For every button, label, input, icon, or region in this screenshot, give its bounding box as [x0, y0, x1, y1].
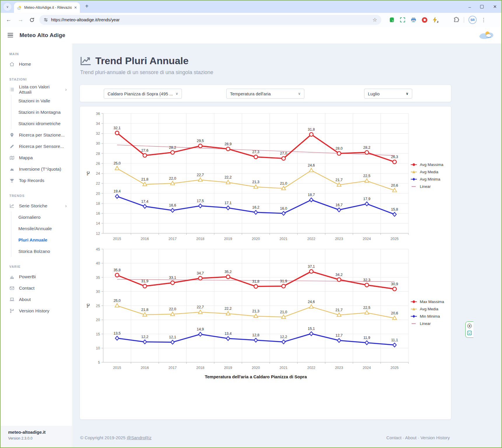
svg-text:10: 10	[96, 346, 100, 350]
window-maximize-button[interactable]	[480, 5, 484, 8]
svg-text:22,2: 22,2	[224, 307, 231, 311]
svg-text:30: 30	[96, 141, 100, 146]
sidebar-item-label: Storica Bolzano	[18, 249, 50, 254]
extensions-puzzle-icon[interactable]	[453, 17, 459, 23]
lightning-extension-icon[interactable]: 2	[433, 17, 437, 23]
mail-icon	[9, 286, 15, 291]
legend-item-avg-media[interactable]: Avg Media	[411, 170, 443, 174]
legend-item-linear[interactable]: Linear	[411, 184, 443, 189]
legend-item-avg-massima[interactable]: Avg Massima	[411, 162, 443, 167]
legend-item-avg-media[interactable]: Avg Media	[411, 307, 444, 311]
url-bar[interactable]: https://meteo-altoadige.it/trends/year ☆	[39, 15, 381, 25]
legend-item-linear[interactable]: Linear	[411, 321, 444, 326]
adblock-extension-icon[interactable]	[422, 17, 428, 23]
author-link[interactable]: @SandroRiz	[127, 435, 152, 440]
sidebar-item-mensile-annuale[interactable]: Mensile/Annuale	[11, 223, 72, 234]
svg-text:2018: 2018	[196, 366, 204, 370]
svg-text:26: 26	[96, 162, 100, 166]
svg-text:40: 40	[96, 261, 100, 265]
sidebar-item-label: Giornaliero	[18, 215, 41, 220]
footer-link-contact[interactable]: Contact	[386, 435, 401, 440]
sidebar-item-storica-bolzano[interactable]: Storica Bolzano	[11, 246, 72, 257]
site-info-icon[interactable]	[43, 18, 48, 22]
sidebar-item-home[interactable]: Home	[1, 58, 72, 70]
sensor-select[interactable]: Temperatura dell'aria ∨	[226, 89, 304, 99]
legend-item-max-massima[interactable]: Max Massima	[411, 300, 444, 304]
legend-marker-icon	[411, 322, 417, 326]
sidebar-item-pluri-annuale[interactable]: Pluri Annuale	[11, 234, 72, 246]
main-content: Trend Pluri Annuale Trend pluri-annuale …	[73, 43, 501, 447]
printer-extension-icon[interactable]	[410, 17, 417, 23]
chevron-down-icon: ∨	[6, 5, 8, 9]
sidebar-section-label: TRENDS	[9, 194, 72, 197]
screen-capture-extension-icon[interactable]	[400, 17, 406, 23]
legend-item-min-minima[interactable]: Min Minima	[411, 314, 444, 318]
sidebar-item-mappa[interactable]: Mappa	[1, 152, 72, 163]
widget-translate-icon[interactable]	[467, 330, 472, 335]
svg-text:2024: 2024	[363, 237, 371, 241]
sidebar-item-ricerca-per-sensore[interactable]: Ricerca per Sensore...	[1, 141, 72, 152]
station-select[interactable]: Caldaro Pianizza di Sopra (495 ... ∨	[104, 89, 182, 99]
svg-text:32,3: 32,3	[363, 278, 370, 282]
window-close-button[interactable]: ✕	[493, 4, 497, 9]
sidebar-item-inversione-t-quota[interactable]: Inversione (T°/quota)	[1, 163, 72, 175]
sidebar-item-ricerca-per-stazione[interactable]: Ricerca per Stazione...	[1, 129, 72, 141]
sidebar-item-stazioni-in-montagna[interactable]: Stazioni in Montagna	[11, 106, 72, 118]
evernote-extension-icon[interactable]	[389, 17, 395, 23]
list-icon	[9, 87, 15, 92]
month-select[interactable]: Luglio ∨	[364, 89, 412, 99]
svg-text:24: 24	[96, 172, 100, 176]
svg-text:16,7: 16,7	[336, 203, 343, 207]
sidebar-item-serie-storiche[interactable]: Serie Storiche›	[1, 200, 72, 211]
sidebar-item-label: Ricerca per Sensore...	[19, 144, 64, 149]
copyright-text: © Copyright 2019-2025	[80, 435, 125, 440]
footer-link-about[interactable]: About	[405, 435, 417, 440]
chevron-right-icon: ›	[65, 87, 67, 92]
svg-text:22,7: 22,7	[197, 305, 204, 309]
window-minimize-button[interactable]: –	[468, 4, 471, 9]
hamburger-menu-icon[interactable]	[8, 33, 13, 37]
svg-text:28,9: 28,9	[224, 142, 231, 146]
avg-trend-chart-plot: 1214161820222426283032343620152016201720…	[84, 111, 447, 244]
svg-text:15: 15	[96, 332, 100, 336]
browser-menu-icon[interactable]: ⋮	[481, 17, 486, 23]
tab-search-button[interactable]: ∨	[3, 3, 11, 11]
toolbar-divider	[464, 17, 464, 23]
footer-copyright: © Copyright 2019-2025 @SandroRiz	[80, 435, 152, 440]
sidebar-item-lista-con-valori-attuali[interactable]: Lista con Valori Attuali›	[1, 84, 72, 95]
widget-close-icon[interactable]: ✕	[467, 324, 472, 328]
sidebar-item-label: Contact	[19, 286, 34, 291]
profile-avatar[interactable]: SR	[468, 16, 477, 24]
footer-link-version-history[interactable]: Version History	[420, 435, 450, 440]
sidebar-item-about[interactable]: About	[1, 294, 72, 305]
sidebar-item-stazioni-idrometriche[interactable]: Stazioni idrometriche	[11, 118, 72, 129]
laptop-icon	[9, 297, 15, 302]
new-tab-button[interactable]: +	[85, 3, 89, 10]
svg-text:2015: 2015	[113, 366, 121, 370]
legend-item-avg-minima[interactable]: Avg Minima	[411, 177, 443, 181]
forward-button[interactable]: →	[18, 17, 23, 23]
sidebar-item-stazioni-in-valle[interactable]: Stazioni in Valle	[11, 95, 72, 106]
sidebar-item-contact[interactable]: Contact	[1, 282, 72, 294]
avg-chart-legend: Avg MassimaAvg MediaAvg MinimaLinear	[411, 162, 443, 189]
browser-tab[interactable]: Meteo-AltoAdige.it - Rilevazion ✕	[14, 2, 80, 13]
svg-text:2025: 2025	[391, 366, 399, 370]
back-button[interactable]: ←	[6, 17, 11, 23]
svg-text:27,0: 27,0	[280, 151, 287, 155]
sidebar-item-label: Lista con Valori Attuali	[19, 84, 61, 95]
sidebar-item-top-records[interactable]: Top Records	[1, 175, 72, 186]
page-title: Trend Pluri Annuale	[95, 55, 189, 66]
trend-chart-icon	[80, 56, 91, 66]
reload-button[interactable]	[29, 17, 35, 23]
sidebar-item-giornaliero[interactable]: Giornaliero	[11, 211, 72, 223]
brand-title[interactable]: Meteo Alto Adige	[20, 32, 65, 38]
svg-text:24,6: 24,6	[308, 300, 315, 304]
svg-text:12,7: 12,7	[336, 333, 343, 337]
bookmark-star-icon[interactable]: ☆	[373, 17, 377, 23]
sidebar-item-version-history[interactable]: Version History	[1, 305, 72, 316]
svg-text:21,7: 21,7	[336, 308, 343, 312]
svg-text:2022: 2022	[307, 237, 315, 241]
tab-close-icon[interactable]: ✕	[74, 6, 77, 10]
svg-text:12,2: 12,2	[280, 335, 287, 339]
sidebar-item-powerbi[interactable]: PowerBi	[1, 271, 72, 282]
